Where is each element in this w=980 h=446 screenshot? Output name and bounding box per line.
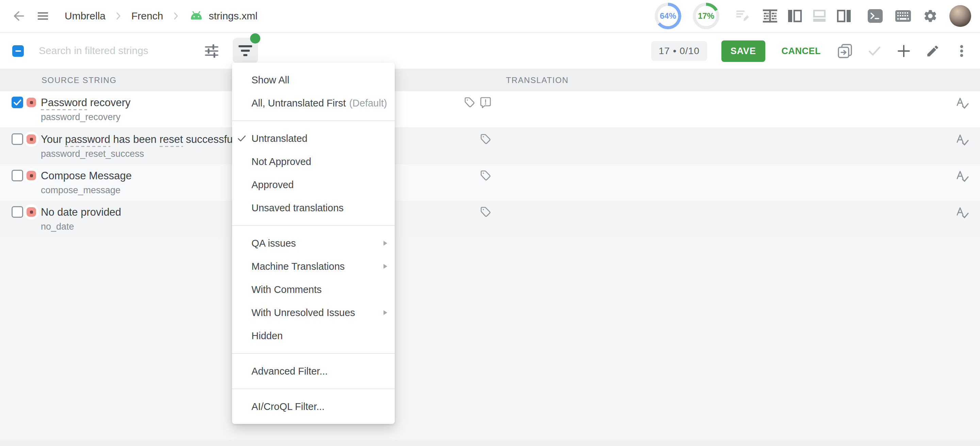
table-row[interactable]: Password recoverypassword_recovery (0, 91, 980, 128)
filter-menu-item-with-comments[interactable]: With Comments (232, 278, 395, 301)
tag-icon[interactable] (464, 97, 476, 108)
filter-menu-item-unsaved-translations[interactable]: Unsaved translations (232, 196, 395, 219)
bottom-edge (0, 440, 980, 446)
duplicate-icon[interactable] (837, 43, 853, 59)
select-all-checkbox[interactable] (12, 45, 24, 57)
tag-icon[interactable] (480, 170, 492, 181)
filter-icon[interactable] (233, 38, 258, 63)
source-string-text: Password recovery (41, 96, 130, 110)
spellcheck-icon[interactable] (955, 96, 969, 111)
pencil-icon[interactable] (926, 44, 940, 58)
filter-menu-item-qa-issues[interactable]: QA issues (232, 232, 395, 255)
console-icon[interactable] (867, 8, 883, 24)
filter-menu-item-label: All, Untranslated First (251, 98, 346, 109)
spellcheck-icon[interactable] (955, 133, 969, 147)
filter-menu-item-show-all[interactable]: Show All (232, 68, 395, 92)
status-untranslated-icon (24, 168, 39, 183)
row-checkbox[interactable] (11, 206, 23, 218)
filter-menu-item-with-unresolved-issues[interactable]: With Unresolved Issues (232, 301, 395, 324)
menu-icon[interactable] (36, 9, 50, 23)
chevron-right-icon (116, 11, 121, 21)
string-key: password_reset_success (41, 149, 144, 159)
draft-edit-icon (734, 8, 751, 24)
topbar-right-actions: 64% 17% (655, 3, 971, 29)
bottom-panel-view-icon[interactable] (812, 9, 827, 23)
keyboard-shortcuts-icon[interactable] (895, 10, 911, 22)
source-string-text: Compose Message (41, 169, 132, 183)
string-counter-badge: 17 • 0/10 (651, 41, 707, 61)
plus-icon[interactable] (896, 44, 911, 59)
string-badges (462, 97, 492, 108)
save-button[interactable]: SAVE (721, 40, 765, 62)
avatar[interactable] (950, 5, 971, 27)
approved-progress-value: 17% (698, 11, 714, 21)
filter-menu-item-label: Unsaved translations (251, 202, 344, 214)
filter-active-dot (250, 33, 260, 44)
row-checkbox[interactable] (11, 170, 23, 181)
filter-menu-item-ai-croql-filter[interactable]: AI/CroQL Filter... (232, 395, 395, 418)
filter-menu-item-label: Show All (251, 75, 289, 86)
column-source-string: SOURCE STRING (41, 76, 117, 85)
filter-menu-item-advanced-filter[interactable]: Advanced Filter... (232, 360, 395, 383)
filter-menu-item-machine-translations[interactable]: Machine Translations (232, 255, 395, 278)
filter-menu-item-label: With Unresolved Issues (251, 307, 355, 318)
filter-menu-item-all-untranslated-first[interactable]: All, Untranslated First(Default) (232, 92, 395, 115)
filter-menu-item-label: Advanced Filter... (251, 366, 328, 377)
row-checkbox[interactable] (11, 97, 23, 108)
editor-screen: Umbrella French strings.xml (0, 0, 980, 446)
toolbar-right-actions: 17 • 0/10 SAVE CANCEL (651, 33, 969, 69)
side-by-side-view-icon[interactable] (762, 8, 778, 24)
filter-menu-item-label: Approved (251, 179, 294, 190)
tune-icon[interactable] (204, 44, 219, 59)
back-icon[interactable] (11, 9, 26, 23)
source-string-text: No date provided (41, 205, 121, 219)
filter-menu-group: Advanced Filter... (232, 354, 395, 389)
spellcheck-icon[interactable] (955, 206, 969, 220)
status-untranslated-icon (24, 205, 39, 219)
cancel-button[interactable]: CANCEL (780, 46, 823, 57)
right-panel-view-icon[interactable] (837, 9, 851, 23)
tag-icon[interactable] (480, 206, 492, 218)
source-string-text: Your password has been reset successfull… (41, 133, 243, 146)
row-checkbox[interactable] (11, 133, 23, 145)
filter-menu-item-hidden[interactable]: Hidden (232, 324, 395, 348)
gear-icon[interactable] (923, 8, 938, 24)
filter-menu-item-label: Hidden (251, 330, 283, 341)
string-badges (462, 206, 492, 218)
table-row[interactable]: Compose Messagecompose_message (0, 164, 980, 201)
filter-dropdown-menu: Show AllAll, Untranslated First(Default)… (232, 63, 395, 424)
string-list: Password recoverypassword_recoveryYour p… (0, 91, 980, 237)
left-panel-view-icon[interactable] (788, 9, 802, 23)
breadcrumb-language[interactable]: French (131, 10, 163, 22)
kebab-menu-icon[interactable] (954, 44, 969, 59)
filter-menu-group: AI/CroQL Filter... (232, 389, 395, 424)
spellcheck-icon[interactable] (955, 170, 969, 184)
approved-progress-ring[interactable]: 17% (693, 3, 719, 29)
filter-menu-item-untranslated[interactable]: Untranslated (232, 127, 395, 150)
table-row[interactable]: No date providedno_date (0, 201, 980, 237)
filter-menu-item-label: Untranslated (251, 133, 307, 144)
filter-menu-item-not-approved[interactable]: Not Approved (232, 150, 395, 173)
status-untranslated-icon (24, 132, 39, 147)
breadcrumb-file[interactable]: strings.xml (189, 10, 257, 22)
comment-icon[interactable] (480, 97, 492, 108)
string-key: no_date (41, 221, 74, 232)
string-key: password_recovery (41, 112, 121, 122)
tag-icon[interactable] (480, 133, 492, 145)
filter-menu-item-approved[interactable]: Approved (232, 173, 395, 196)
filter-menu-item-label: With Comments (251, 284, 321, 295)
strings-toolbar: 17 • 0/10 SAVE CANCEL (0, 33, 980, 69)
check-icon (867, 44, 882, 59)
view-toggle-group (762, 8, 851, 24)
search-input[interactable] (38, 40, 196, 61)
check-icon (237, 134, 247, 143)
submenu-arrow-icon (383, 241, 387, 246)
filter-menu-item-suffix: (Default) (349, 98, 387, 109)
submenu-arrow-icon (383, 310, 387, 315)
table-row[interactable]: Your password has been reset successfull… (0, 128, 980, 164)
top-bar: Umbrella French strings.xml (0, 0, 980, 33)
filter-menu-item-label: AI/CroQL Filter... (251, 401, 325, 412)
translated-progress-ring[interactable]: 64% (655, 3, 681, 29)
filter-menu-group: Show AllAll, Untranslated First(Default) (232, 63, 395, 121)
breadcrumb-project[interactable]: Umbrella (65, 10, 105, 22)
